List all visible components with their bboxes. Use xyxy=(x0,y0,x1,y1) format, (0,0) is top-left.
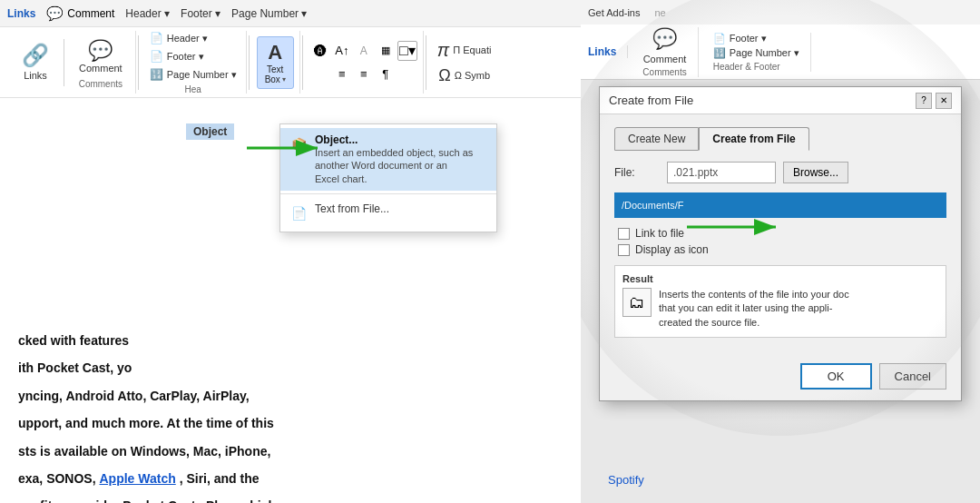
dialog-file-label: File: xyxy=(614,166,660,179)
symbol-btn[interactable]: Ω Ω Symb xyxy=(435,64,494,87)
dialog-tab-create-new[interactable]: Create New xyxy=(614,127,699,151)
doc-line-5: sts is available on Windows, Mac, iPhone… xyxy=(18,441,563,461)
right-header-footer-label: Header & Footer xyxy=(713,62,780,72)
header-footer-btns: 📄 Header ▾ 📄 Footer ▾ 🔢 Page Number ▾ xyxy=(146,30,240,83)
right-footer-icon: 📄 xyxy=(713,33,726,44)
textbox-box-label: Box xyxy=(265,74,280,84)
pi-icon: π xyxy=(437,40,449,61)
links-btn[interactable]: 🔗 Links xyxy=(15,39,56,84)
apple-watch-link[interactable]: Apple Watch xyxy=(99,471,175,486)
dialog-create-from-file: Create from File ? ✕ Create New Create f… xyxy=(599,86,962,401)
right-page-number-icon: 🔢 xyxy=(713,47,726,59)
dialog-browse-btn[interactable]: Browse... xyxy=(783,162,848,183)
dialog-ok-btn[interactable]: OK xyxy=(800,363,872,390)
links-label[interactable]: Links xyxy=(7,7,35,20)
textbox-btn[interactable]: A Text Box ▾ xyxy=(257,36,294,89)
dialog-body: Create New Create from File File: Browse… xyxy=(600,114,961,356)
dialog-titlebar: Create from File ? ✕ xyxy=(600,87,961,114)
quick-row-1: 🅐 A↑ A ▦ □▾ xyxy=(310,41,417,61)
header-btn-small[interactable]: 📄 Header ▾ xyxy=(146,30,240,46)
equation-symbol-group: π Π Equati Ω Ω Symb xyxy=(428,38,501,87)
textbox-dropdown-arrow[interactable]: ▾ xyxy=(282,75,286,84)
format-btn-2[interactable]: A↑ xyxy=(332,41,352,61)
links-icon: 🔗 xyxy=(22,43,49,68)
textbox-icon: A xyxy=(268,41,282,64)
link-to-file-checkbox[interactable] xyxy=(618,228,630,240)
links-group: 🔗 Links xyxy=(7,39,64,86)
comment-large-label: Comment xyxy=(79,63,122,74)
object-label-bar: Object xyxy=(186,123,234,140)
dialog-close-btn[interactable]: ✕ xyxy=(936,93,952,109)
ribbon-main-row: 🔗 Links 💬 Comment Comments 📄 xyxy=(0,27,581,98)
align-btn-2[interactable]: ≡ xyxy=(354,64,374,84)
dialog-result-section: Result 🗂 Inserts the contents of the fil… xyxy=(614,265,946,338)
get-addins-label[interactable]: Get Add-ins xyxy=(588,7,640,18)
page-number-icon: 🔢 xyxy=(150,68,163,81)
align-btn-1[interactable]: ≡ xyxy=(332,64,352,84)
comment-btn[interactable]: 💬 Comment xyxy=(46,5,114,22)
right-footer-btn[interactable]: 📄 Footer ▾ xyxy=(713,33,767,44)
header-footer-group: 📄 Header ▾ 📄 Footer ▾ 🔢 Page Number ▾ He… xyxy=(141,31,247,94)
dialog-tab-create-from-file[interactable]: Create from File xyxy=(699,127,808,151)
ribbon-top: Links 💬 Comment Header ▾ Footer ▾ Page N… xyxy=(0,0,581,27)
right-links-label[interactable]: Links xyxy=(588,45,616,58)
dialog-question-btn[interactable]: ? xyxy=(916,93,932,109)
page-number-btn-small[interactable]: 🔢 Page Number ▾ xyxy=(146,66,240,83)
display-as-icon-checkbox[interactable] xyxy=(618,244,630,256)
footer-icon: 📄 xyxy=(150,50,163,63)
right-comment-btn[interactable]: 💬 xyxy=(652,27,677,51)
comment-icon: 💬 xyxy=(46,5,64,22)
dialog-file-input[interactable] xyxy=(667,162,776,183)
comments-group-label: Comments xyxy=(79,79,122,89)
format-btn-1[interactable]: 🅐 xyxy=(310,41,330,61)
spotify-label[interactable]: Spotify xyxy=(608,473,644,487)
doc-content: cked with features ith Pocket Cast, yo y… xyxy=(0,316,581,503)
comments-group: 💬 Comment Comments xyxy=(66,31,136,94)
ne-label: ne xyxy=(654,7,665,18)
dialog-file-row: File: Browse... xyxy=(614,162,946,183)
paragraph-btn[interactable]: ¶ xyxy=(376,64,396,84)
textbox-group: A Text Box ▾ xyxy=(251,31,300,94)
quick-icons-group: 🅐 A↑ A ▦ □▾ ≡ ≡ ¶ xyxy=(305,31,424,94)
quick-row-2: ≡ ≡ ¶ xyxy=(332,64,396,84)
equation-btn[interactable]: π Π Equati xyxy=(434,38,495,63)
separator-1 xyxy=(138,35,139,90)
dialog-footer: OK Cancel xyxy=(600,356,961,400)
dialog-cancel-btn[interactable]: Cancel xyxy=(879,363,946,390)
text-from-file-menu-item[interactable]: 📄 Text from File... xyxy=(280,197,496,228)
text-from-file-label: Text from File... xyxy=(315,202,389,215)
grid-btn[interactable]: ▦ xyxy=(376,41,396,61)
right-comments-group-label: Comments xyxy=(642,67,686,77)
right-ribbon-header-footer: 📄 Footer ▾ 🔢 Page Number ▾ Header & Foot… xyxy=(713,33,811,72)
right-page-number-btn[interactable]: 🔢 Page Number ▾ xyxy=(713,47,799,59)
footer-btn-small[interactable]: 📄 Footer ▾ xyxy=(146,48,240,64)
comment-large-icon: 💬 xyxy=(88,39,113,63)
separator-3 xyxy=(302,35,303,90)
right-ribbon: Get Add-ins ne Links 💬 Comment Comments … xyxy=(581,0,980,80)
object-menu-desc: Insert an embedded object, such asanothe… xyxy=(315,146,473,185)
dialog-title: Create from File xyxy=(609,94,693,107)
dialog-tabs: Create New Create from File xyxy=(614,127,946,151)
doc-line-6: exa, SONOS, Apple Watch , Siri, and the xyxy=(18,468,563,488)
display-as-icon-row: Display as icon xyxy=(618,243,946,256)
header-btn[interactable]: Header ▾ xyxy=(125,7,170,20)
dialog-result-label: Result xyxy=(622,273,938,284)
text-from-file-icon: 📄 xyxy=(289,204,308,222)
left-panel: Links 💬 Comment Header ▾ Footer ▾ Page N… xyxy=(0,0,581,503)
dialog-result-icon: 🗂 xyxy=(622,288,652,317)
format-btn-3[interactable]: A xyxy=(354,41,374,61)
doc-line-3: yncing, Android Atto, CarPlay, AirPlay, xyxy=(18,386,563,406)
green-arrow-2 xyxy=(687,214,787,243)
page-number-btn[interactable]: Page Number ▾ xyxy=(231,7,307,20)
links-btn-label: Links xyxy=(24,70,47,81)
doc-line-1: cked with features xyxy=(18,330,563,350)
link-to-file-label: Link to file xyxy=(635,227,684,240)
dialog-result-content: 🗂 Inserts the contents of the file into … xyxy=(622,288,938,330)
dialog-controls: ? ✕ xyxy=(916,93,952,109)
dropdown-btn[interactable]: □▾ xyxy=(397,41,417,61)
footer-btn[interactable]: Footer ▾ xyxy=(181,7,220,20)
dialog-result-text: Inserts the contents of the file into yo… xyxy=(659,288,849,330)
textbox-label: Text xyxy=(267,64,283,74)
dialog-path-text: /Documents/F xyxy=(622,200,683,211)
comment-large-btn[interactable]: 💬 Comment xyxy=(72,35,130,77)
